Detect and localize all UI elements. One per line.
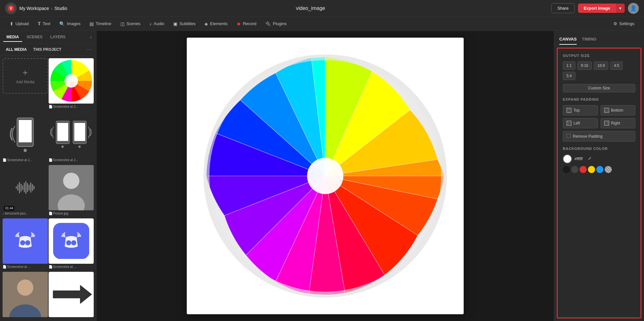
media-label-phone1: Screenshot at J... [7,158,32,162]
timeline-icon: ▤ [90,21,94,26]
pad-left-button[interactable]: Left [563,118,598,128]
remove-padding-button[interactable]: Remove Padding [563,131,635,142]
svg-rect-53 [605,109,608,111]
background-color-section: BACKGROUND COLOR #ffffff [563,147,635,173]
toolbar-timeline[interactable]: ▤ Timeline [85,19,116,28]
ratio-4x5[interactable]: 4:5 [610,61,623,70]
tab-timing[interactable]: TIMING [582,37,597,45]
swatch-red[interactable] [580,166,587,173]
logo-area: V My Workspace › Studio [5,3,67,14]
toolbar-subtitles[interactable]: ▣ Subtitles [169,19,200,28]
photo-file-icon: 📄 [49,212,52,215]
ratio-16x9[interactable]: 16:9 [594,61,608,70]
svg-point-17 [20,240,25,245]
toolbar-text[interactable]: T Text [33,19,55,28]
pad-top-button[interactable]: Top [563,105,598,115]
media-item-arrow[interactable] [49,272,94,318]
toolbar-plugins[interactable]: 🔌 Plugins [261,19,291,28]
current-color-swatch[interactable] [563,154,572,163]
toolbar-plugins-label: Plugins [273,21,287,26]
svg-rect-55 [569,122,571,124]
svg-rect-8 [57,123,68,141]
toolbar-images[interactable]: 🔍 Images [55,19,85,28]
avatar[interactable]: 👤 [628,3,639,14]
expand-padding-section: EXPAND PADDING Top Bottom [563,97,635,142]
media-item-discord2[interactable]: 📄 Screenshot at ... [49,218,94,271]
ratio-5x4[interactable]: 5:4 [563,72,575,80]
subtitles-icon: ▣ [173,21,177,26]
bg-color-title: BACKGROUND COLOR [563,147,635,151]
toolbar-subtitles-label: Subtitles [179,21,195,26]
custom-size-button[interactable]: Custom Size [563,84,635,92]
filter-this-project[interactable]: THIS PROJECT [31,46,63,53]
collapse-panel-button[interactable]: ‹ [89,33,93,41]
add-media-label: Add Media [16,80,34,84]
toolbar-upload[interactable]: ⬆ Upload [5,19,33,28]
tab-scenes[interactable]: SCENES [24,33,46,42]
swatch-dark-gray[interactable] [571,166,578,173]
ratio-9x16[interactable]: 9:16 [577,61,592,70]
breadcrumb-workspace[interactable]: My Workspace [19,6,49,11]
top-actions: Share Export Image ▾ 👤 [551,3,639,14]
export-button[interactable]: Export Image [578,4,616,13]
pad-bottom-label: Bottom [611,108,623,113]
media-item-discord1[interactable]: 📄 Screenshot at ... [3,218,48,271]
media-filter-bar: ALL MEDIA THIS PROJECT ··· [0,44,96,56]
settings-label: Settings [619,21,634,26]
settings-button[interactable]: ⚙ Settings [609,19,639,28]
eyedropper-button[interactable] [585,155,593,163]
discord1-file-icon: 📄 [3,265,6,269]
toolbar-scenes-label: Scenes [127,21,140,26]
add-media-item[interactable]: + Add Media [3,58,48,111]
audio-file-icon: ♪ [3,212,4,215]
toolbar: ⬆ Upload T Text 🔍 Images ▤ Timeline ◫ Sc… [0,17,644,31]
media-item-audio[interactable]: 01:44 ♪ bensound-jazz... [3,165,48,218]
tab-media[interactable]: MEDIA [3,33,22,42]
canvas-settings-panel: OUTPUT SIZE 1:1 9:16 16:9 4:5 5:4 Custom… [557,48,641,318]
upload-icon: ⬆ [10,21,14,26]
export-button-group: Export Image ▾ [578,4,625,13]
audio-icon: ♪ [149,21,152,26]
svg-point-9 [61,145,63,148]
svg-point-6 [24,149,27,152]
media-item-phone2[interactable]: 📄 Screenshot at J... [49,112,94,164]
pad-bottom-button[interactable]: Bottom [601,105,636,115]
toolbar-scenes[interactable]: ◫ Scenes [116,19,145,28]
media-label-photo: Picture.jpg [53,211,68,216]
images-icon: 🔍 [59,21,65,26]
add-media-plus-icon: + [23,68,28,78]
swatch-yellow[interactable] [588,166,595,173]
more-options-button[interactable]: ··· [86,47,92,52]
swatch-black[interactable] [563,166,570,173]
media-item-photo[interactable]: 📄 Picture.jpg [49,165,94,218]
tab-layers[interactable]: LAYERS [47,33,69,42]
file-icon-phone1: 📄 [3,158,6,162]
media-label-audio: bensound-jazz... [5,211,28,216]
ratio-1x1[interactable]: 1:1 [563,61,575,70]
svg-rect-5 [19,120,32,142]
media-item-colorwheel[interactable]: 📄 Screenshot at J... [49,58,94,111]
canvas-area [97,31,554,321]
plugins-icon: 🔌 [265,21,271,26]
toolbar-record[interactable]: ⏺ Record [232,19,261,28]
svg-rect-54 [567,122,568,125]
pad-right-label: Right [611,121,620,125]
filter-all-media[interactable]: ALL MEDIA [4,46,29,53]
swatch-blue[interactable] [596,166,603,173]
pad-right-button[interactable]: Right [601,118,636,128]
breadcrumb-studio[interactable]: Studio [54,6,67,11]
panel-tabs: MEDIA SCENES LAYERS ‹ [0,31,96,44]
media-item-person[interactable] [3,272,48,318]
swatch-transparent[interactable] [605,166,612,173]
svg-rect-57 [605,122,607,124]
toolbar-audio[interactable]: ♪ Audio [145,19,169,28]
svg-rect-58 [567,134,571,138]
share-button[interactable]: Share [551,3,575,13]
media-item-phone1[interactable]: 📄 Screenshot at J... [3,112,48,164]
export-dropdown-button[interactable]: ▾ [616,4,625,13]
text-icon: T [38,21,41,26]
tab-canvas[interactable]: CANVAS [559,37,577,45]
svg-point-14 [63,173,79,189]
svg-point-18 [25,240,30,245]
toolbar-elements[interactable]: ◈ Elements [200,19,232,28]
